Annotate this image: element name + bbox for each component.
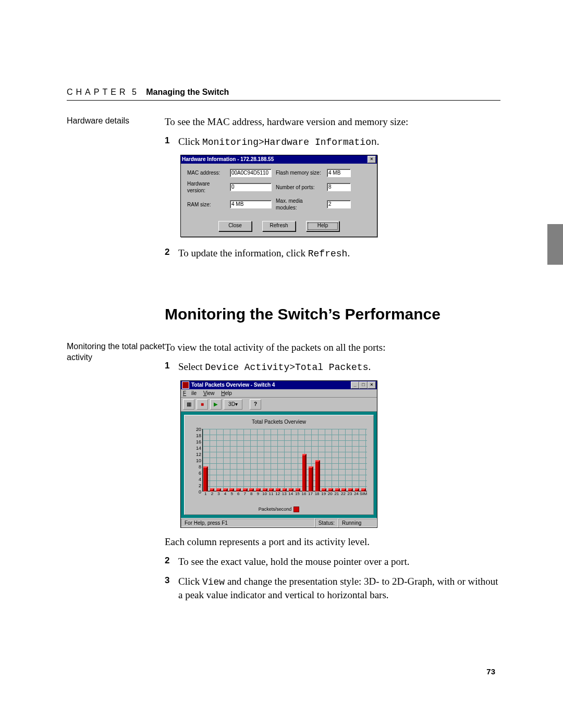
menu-view[interactable]: View [203,390,215,396]
text: and change the presentation style: 3D- t… [178,576,498,600]
text: . [347,248,350,258]
x-tick-label: 16 [301,491,308,498]
toolbar-play-icon[interactable]: ▶ [210,399,222,410]
value-flash: 4 MB [327,169,351,177]
x-tick-label: 1 [202,491,209,498]
maximize-icon[interactable]: □ [359,381,368,389]
x-tick-label: 12 [274,491,281,498]
x-tick-label: 7 [241,491,248,498]
minimize-icon[interactable]: _ [351,381,359,389]
x-tick-label: 14 [288,491,295,498]
menu-file[interactable]: File [183,390,197,396]
step-number: 1 [165,360,178,374]
close-icon[interactable]: × [368,156,376,163]
toolbar-3d-toggle[interactable]: 3D ▾ [224,399,242,410]
step-number: 2 [165,246,178,260]
y-tick-label: 18 [189,433,201,439]
x-tick-label: SIM [360,491,367,498]
x-tick-label: 17 [307,491,314,498]
x-tick-label: 24 [353,491,360,498]
code: View [202,577,225,587]
step-number: 2 [165,555,178,569]
menu-path: Device Activity>Total Packets [205,362,368,373]
chart-title: Total Packets Overview [189,418,369,426]
label-hwver: Hardware version: [187,180,226,194]
toolbar-save-icon[interactable]: ▦ [183,399,194,410]
bar[interactable] [203,466,208,491]
bar-chart: 123456789101112131415161718192021222324S… [189,428,369,505]
y-tick-label: 4 [189,476,201,483]
bar[interactable] [302,454,307,491]
hw-intro: To see the MAC address, hardware version… [165,115,500,129]
margin-note-monitoring: Monitoring the total packet activity [67,341,165,363]
step-number: 3 [165,575,178,602]
label-mac: MAC address: [187,169,226,177]
x-tick-label: 9 [255,491,262,498]
margin-note-hardware: Hardware details [67,115,165,127]
text: Click [178,136,202,147]
close-button[interactable]: Close [218,221,252,231]
bar[interactable] [315,460,320,491]
refresh-button[interactable]: Refresh [262,221,296,231]
y-tick-label: 0 [189,489,201,495]
x-tick-label: 5 [228,491,235,498]
x-tick-label: 23 [347,491,353,498]
x-tick-label: 15 [294,491,301,498]
value-hwver: 0 [230,183,272,191]
menubar: File View Help [181,389,377,398]
bar[interactable] [309,466,313,491]
y-tick-label: 16 [189,439,201,445]
perf-step2: To see the exact value, hold the mouse p… [178,555,500,569]
text: Select [178,361,205,372]
value-ram: 4 MB [230,200,272,208]
section-heading: Monitoring the Switch’s Performance [165,304,500,325]
value-mac: 00A0C94D5110 [230,169,272,177]
y-tick-label: 2 [189,483,201,489]
toolbar-help-icon[interactable]: ? [250,399,261,410]
label-flash: Flash memory size: [276,169,323,177]
x-tick-label: 13 [281,491,288,498]
close-icon[interactable]: × [368,381,376,389]
menu-help[interactable]: Help [221,390,232,396]
toolbar: ▦ ■ ▶ 3D ▾ ? [181,398,377,412]
perf-step3: Click View and change the presentation s… [178,575,500,602]
text: . [377,136,380,147]
x-tick-label: 22 [340,491,347,498]
x-tick-label: 18 [314,491,321,498]
step-number: 1 [165,135,178,149]
status-value: Running [338,519,377,528]
chapter-word: CHAPTER [67,88,128,97]
code: Refresh [308,249,348,259]
x-tick-label: 10 [261,491,268,498]
status-label: Status: [315,519,338,528]
help-button[interactable]: Help [306,221,339,231]
x-tick-label: 20 [327,491,334,498]
chart-legend: Packets/second [189,506,369,512]
text: . [368,361,371,372]
thumb-tab [547,224,563,265]
y-tick-label: 12 [189,451,201,458]
page-number: 73 [486,667,495,676]
y-tick-label: 8 [189,464,201,470]
value-ports: 8 [327,183,351,191]
hardware-info-dialog: Hardware Information - 172.28.188.55 × M… [180,155,377,237]
hw-step1: Click Monitoring>Hardware Information. [178,135,500,149]
app-icon [182,381,189,389]
chapter-title: Managing the Switch [146,88,229,96]
x-tick-label: 6 [235,491,242,498]
y-tick-label: 10 [189,458,201,464]
y-tick-label: 14 [189,445,201,451]
x-tick-label: 2 [209,491,216,498]
x-tick-label: 8 [248,491,255,498]
menu-path: Monitoring>Hardware Information [202,137,377,147]
running-header: CHAPTER 5 Managing the Switch [67,88,500,101]
label-ram: RAM size: [187,201,226,208]
toolbar-stop-icon[interactable]: ■ [197,399,208,410]
legend-swatch [293,507,299,512]
perf-intro: To view the total activity of the packet… [165,341,500,354]
text: Click [178,576,202,587]
value-media: 2 [327,200,351,208]
perf-step1: Select Device Activity>Total Packets. [178,360,500,374]
text: 3D [228,401,235,408]
x-tick-label: 11 [268,491,275,498]
